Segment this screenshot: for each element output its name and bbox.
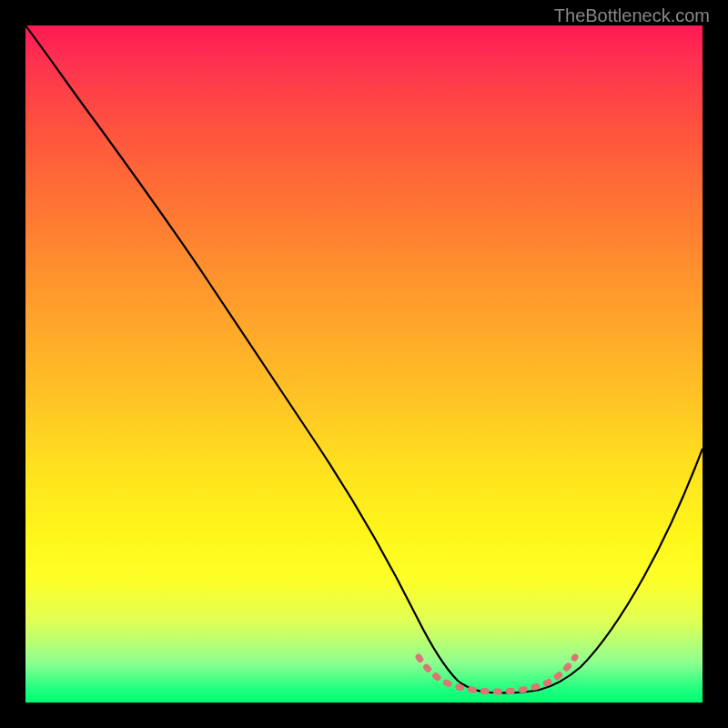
bottleneck-curve-svg	[25, 25, 703, 703]
main-curve	[25, 25, 703, 693]
watermark-text: TheBottleneck.com	[554, 5, 710, 26]
chart-area	[25, 25, 703, 703]
